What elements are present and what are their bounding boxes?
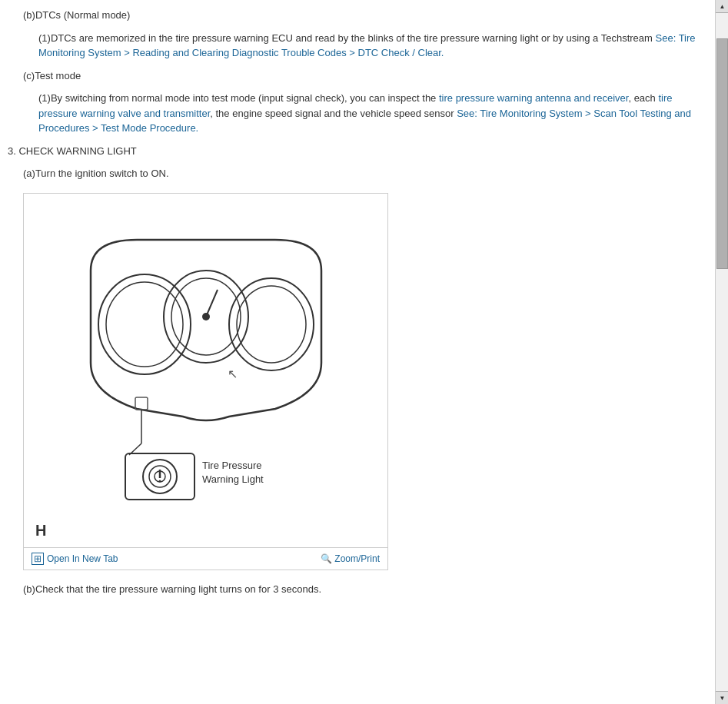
dtc-p1-prefix-text: (1)DTCs are memorized in the tire pressu…: [38, 32, 656, 44]
section3-title: 3. CHECK WARNING LIGHT: [8, 144, 700, 159]
zoom-icon: 🔍: [321, 553, 332, 564]
dtc-p1-section: (1)DTCs are memorized in the tire pressu…: [38, 31, 700, 61]
svg-line-4: [206, 290, 218, 317]
dtc-normal-mode-label: (b)DTCs (Normal mode): [23, 8, 700, 23]
step-b-section: (b)Check that the tire pressure warning …: [23, 582, 700, 597]
svg-point-5: [202, 313, 210, 320]
scrollbar-thumb[interactable]: [716, 38, 728, 269]
zoom-print-link[interactable]: 🔍 Zoom/Print: [321, 553, 380, 564]
step-a-section: (a)Turn the ignition switch to ON.: [23, 166, 700, 181]
svg-rect-8: [135, 397, 148, 410]
test-mode-suffix: , the engine speed signal and the vehicl…: [210, 108, 457, 119]
step-a-text: (a)Turn the ignition switch to ON.: [23, 166, 700, 181]
main-content: (b)DTCs (Normal mode) (1)DTCs are memori…: [0, 0, 715, 612]
section3-block: 3. CHECK WARNING LIGHT: [8, 144, 700, 159]
tire-pressure-image-box: Tire Pressure Warning Light ↖ H ⊞ Open I…: [23, 193, 388, 570]
dtc-p1-paragraph: (1)DTCs are memorized in the tire pressu…: [38, 31, 700, 61]
scroll-up-button[interactable]: ▲: [716, 0, 728, 13]
step-b-text: (b)Check that the tire pressure warning …: [23, 582, 700, 597]
image-footer: ⊞ Open In New Tab 🔍 Zoom/Print: [24, 547, 387, 570]
tire-pressure-diagram-svg: Tire Pressure Warning Light ↖: [45, 224, 367, 516]
svg-point-1: [106, 282, 183, 367]
zoom-print-label: Zoom/Print: [334, 553, 380, 564]
svg-point-6: [229, 278, 314, 370]
dtc-normal-mode-section: (b)DTCs (Normal mode): [23, 8, 700, 23]
svg-point-0: [98, 274, 191, 374]
svg-point-16: [158, 480, 161, 482]
scrollbar[interactable]: ▲ ▼: [715, 0, 728, 704]
open-new-tab-icon: ⊞: [32, 553, 44, 565]
svg-text:Warning Light: Warning Light: [202, 473, 264, 485]
test-mode-prefix: (1)By switching from normal mode into te…: [38, 92, 439, 104]
test-mode-label: (c)Test mode: [23, 68, 700, 84]
test-mode-middle: , each: [628, 92, 658, 104]
scroll-down-button[interactable]: ▼: [716, 691, 728, 704]
test-mode-p1-section: (1)By switching from normal mode into te…: [38, 91, 700, 136]
image-content-area: Tire Pressure Warning Light ↖ H: [24, 194, 387, 547]
test-mode-section: (c)Test mode: [23, 68, 700, 84]
open-new-tab-label: Open In New Tab: [47, 553, 118, 564]
test-mode-p1-paragraph: (1)By switching from normal mode into te…: [38, 91, 700, 136]
antenna-receiver-link[interactable]: tire pressure warning antenna and receiv…: [439, 92, 628, 104]
image-label-h: H: [35, 522, 46, 540]
svg-text:↖: ↖: [228, 367, 238, 380]
open-new-tab-link[interactable]: ⊞ Open In New Tab: [32, 553, 118, 565]
svg-text:Tire Pressure: Tire Pressure: [202, 460, 262, 471]
